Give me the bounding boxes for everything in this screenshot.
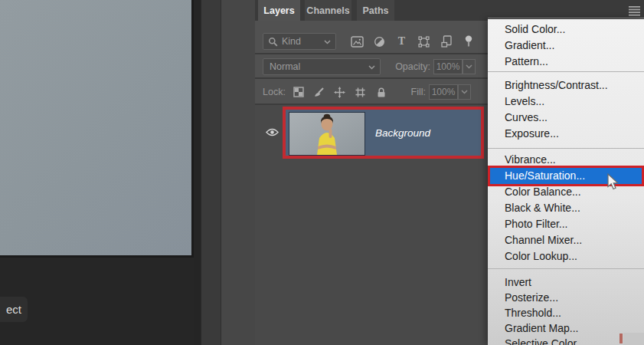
shape-filter-icon[interactable] (413, 33, 435, 50)
layer-row-background-selected[interactable]: Background (283, 107, 484, 159)
layer-thumbnail[interactable] (289, 112, 365, 156)
blend-mode-value: Normal (270, 61, 300, 72)
opacity-label: Opacity: (390, 61, 430, 72)
adjustment-filter-icon[interactable] (368, 33, 391, 50)
select-subject-button-partial[interactable]: ect (0, 297, 28, 322)
eye-icon (266, 126, 279, 140)
opacity-chevron-button[interactable] (463, 59, 476, 74)
menu-item-pattern[interactable]: Pattern... (488, 54, 644, 70)
smart-object-filter-icon[interactable] (435, 33, 457, 50)
photoshop-workspace: ect Layers Channels Paths Kind (0, 0, 644, 345)
type-filter-icon[interactable]: T (391, 33, 413, 50)
lock-artboard-icon[interactable] (350, 84, 371, 100)
menu-item-threshold[interactable]: Threshold... (488, 305, 644, 320)
lock-label: Lock: (263, 87, 286, 97)
menu-item-curves[interactable]: Curves... (488, 110, 644, 126)
filter-kind-dropdown[interactable]: Kind (263, 33, 336, 50)
menu-item-brightness-contrast[interactable]: Brightness/Contrast... (488, 77, 644, 94)
layer-visibility-toggle[interactable] (263, 125, 281, 140)
menu-item-color-balance[interactable]: Color Balance... (488, 184, 644, 200)
menu-body: Solid Color... Gradient... Pattern... Br… (488, 19, 644, 345)
opacity-value-field[interactable]: 100% (433, 59, 463, 74)
chevron-down-icon (368, 61, 375, 72)
red-artifact-mark (619, 334, 623, 343)
menu-item-exposure[interactable]: Exposure... (488, 126, 644, 142)
filter-toggle-pin-icon[interactable] (457, 33, 479, 50)
lock-image-icon[interactable] (309, 84, 329, 100)
lock-all-icon[interactable] (371, 84, 391, 100)
new-adjustment-layer-menu: Solid Color... Gradient... Pattern... Br… (488, 0, 644, 345)
lock-transparency-icon[interactable] (288, 84, 309, 100)
tab-layers[interactable]: Layers (258, 0, 300, 21)
lock-position-icon[interactable] (329, 84, 350, 100)
menu-scrollbar-fragment (623, 333, 644, 345)
menu-separator (488, 71, 644, 72)
hamburger-menu-icon[interactable] (629, 5, 640, 19)
menu-item-photo-filter[interactable]: Photo Filter... (488, 216, 644, 232)
tab-channels[interactable]: Channels (305, 0, 351, 21)
blend-mode-dropdown[interactable]: Normal (263, 58, 381, 75)
menu-item-hue-saturation[interactable]: Hue/Saturation... (488, 168, 644, 184)
thumbnail-woman-image (289, 113, 364, 155)
panel-header-bar (488, 0, 644, 18)
chevron-down-icon (324, 36, 331, 47)
search-icon (268, 37, 278, 47)
filter-kind-label: Kind (282, 36, 301, 47)
menu-item-black-white[interactable]: Black & White... (488, 200, 644, 216)
panel-dock-strip (221, 0, 256, 345)
menu-item-invert[interactable]: Invert (488, 274, 644, 290)
fill-label: Fill: (400, 87, 426, 97)
panel-dock-gap (194, 0, 201, 345)
menu-separator (488, 148, 644, 149)
panel-dock-strip (201, 0, 221, 345)
mouse-cursor-arrow-icon (607, 173, 620, 194)
menu-group-fill: Solid Color... Gradient... Pattern... (488, 20, 644, 70)
menu-item-gradient[interactable]: Gradient... (488, 38, 644, 54)
image-filter-icon[interactable] (346, 33, 368, 50)
menu-group-tone: Brightness/Contrast... Levels... Curves.… (488, 74, 644, 142)
menu-group-color: Vibrance... Hue/Saturation... Color Bala… (488, 150, 644, 264)
menu-item-color-lookup[interactable]: Color Lookup... (488, 248, 644, 264)
document-canvas[interactable] (0, 0, 194, 258)
menu-item-vibrance[interactable]: Vibrance... (488, 152, 644, 168)
fill-chevron-button[interactable] (458, 84, 471, 100)
menu-item-channel-mixer[interactable]: Channel Mixer... (488, 232, 644, 248)
menu-item-posterize[interactable]: Posterize... (488, 290, 644, 305)
menu-separator (488, 268, 644, 269)
menu-item-levels[interactable]: Levels... (488, 94, 644, 110)
layer-name-label: Background (375, 110, 430, 156)
menu-item-solid-color[interactable]: Solid Color... (488, 21, 644, 38)
fill-value-field[interactable]: 100% (429, 84, 458, 100)
tab-paths[interactable]: Paths (357, 0, 394, 21)
